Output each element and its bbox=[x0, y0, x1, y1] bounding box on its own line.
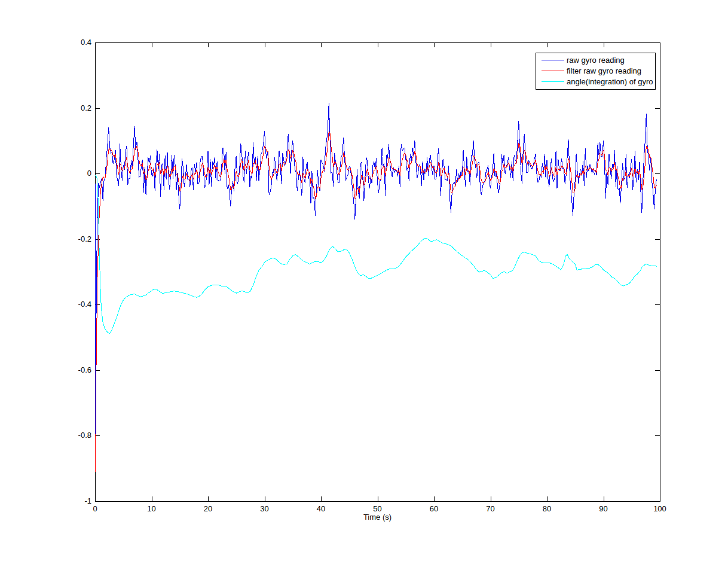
y-tick-label: -0.6 bbox=[50, 365, 91, 375]
legend-line-swatch bbox=[542, 81, 564, 82]
legend-label: raw gyro reading bbox=[567, 55, 625, 65]
legend-item: angle(integration) of gyro bbox=[536, 77, 655, 87]
legend-line-swatch bbox=[542, 60, 564, 60]
x-tick-label: 70 bbox=[473, 504, 509, 514]
legend-item: filter raw gyro reading bbox=[536, 66, 655, 77]
y-tick-label: 0.4 bbox=[50, 38, 91, 47]
y-tick-label: 0.2 bbox=[50, 103, 91, 113]
x-tick-label: 80 bbox=[529, 504, 565, 514]
y-tick-label: -0.2 bbox=[50, 234, 91, 244]
y-tick-label: -0.4 bbox=[50, 300, 91, 309]
x-tick-label: 90 bbox=[586, 504, 622, 514]
legend-label: angle(integration) of gyro bbox=[567, 77, 653, 87]
figure-window: Time (s) raw gyro readingfilter raw gyro… bbox=[0, 0, 728, 564]
series-line-filter-raw-gyro-reading bbox=[96, 132, 657, 472]
x-tick-label: 40 bbox=[303, 504, 339, 514]
x-tick-label: 0 bbox=[77, 504, 113, 514]
x-tick-label: 50 bbox=[360, 504, 396, 514]
y-tick-label: 0 bbox=[50, 169, 91, 178]
x-tick-label: 30 bbox=[247, 504, 283, 514]
legend-item: raw gyro reading bbox=[536, 55, 655, 66]
series-line-angle-integration-of-gyro bbox=[95, 175, 657, 334]
x-tick-label: 100 bbox=[642, 504, 678, 514]
legend-label: filter raw gyro reading bbox=[567, 66, 641, 76]
x-tick-label: 20 bbox=[190, 504, 226, 514]
x-tick-label: 10 bbox=[134, 504, 170, 514]
legend[interactable]: raw gyro readingfilter raw gyro readinga… bbox=[536, 53, 656, 90]
legend-line-swatch bbox=[542, 71, 564, 71]
x-tick-label: 60 bbox=[416, 504, 452, 514]
plot-border bbox=[96, 43, 660, 502]
y-tick-label: -0.8 bbox=[50, 431, 91, 440]
x-axis-title: Time (s) bbox=[342, 513, 414, 522]
